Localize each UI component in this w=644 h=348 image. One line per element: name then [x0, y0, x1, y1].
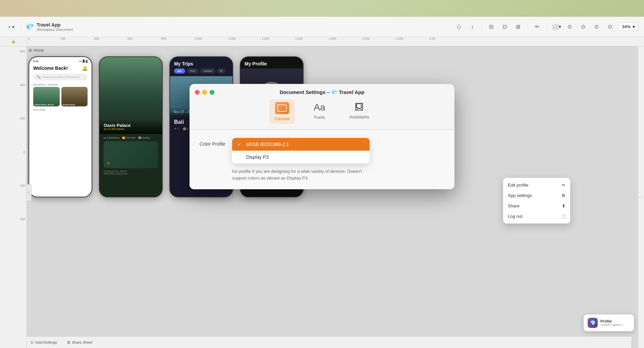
user-settings-text: User/Settings — [35, 340, 57, 344]
chevron-icon: ▾ — [12, 24, 14, 30]
bottom-panel: ⊙ User/Settings ⊞ Share Sheet — [27, 336, 631, 348]
context-menu-item-share[interactable]: Share ⬆ — [503, 201, 570, 211]
ruler-vertical: -600 -400 -200 0 200 400 — [0, 46, 27, 348]
left-panel-collapse-btn[interactable]: ‹ — [26, 184, 32, 201]
recently-viewed-label: RECENTLY VIEWED — [29, 82, 92, 87]
profile-card-gem-icon: 💎 — [590, 320, 596, 326]
share-sheet-label[interactable]: ⊞ Share Sheet — [67, 340, 92, 345]
share-label: Share — [508, 203, 520, 208]
zoom-value: 34% — [622, 24, 631, 29]
copy-tool-btn4[interactable]: ⊙ — [605, 21, 615, 32]
app-subtitle: Workspace Document — [37, 28, 73, 32]
tab-fonts[interactable]: Aa Fonts — [308, 99, 330, 124]
dropdown-item-srgb[interactable]: ✓ sRGB IEC61966-2.1 — [232, 138, 370, 151]
ruler-h-200: 200 — [60, 37, 65, 40]
right-panel-handle[interactable]: │ — [639, 196, 643, 198]
home-icon: ⊞ — [29, 48, 32, 53]
zoom-control[interactable]: 34% ▾ — [618, 22, 639, 31]
pen-tool-btn[interactable]: ✏ — [532, 21, 543, 32]
hotel-map-pin: 📍 — [106, 160, 110, 166]
color-profile-row: Color Profile ✓ sRGB IEC61966-2.1 Displa… — [200, 138, 444, 181]
user-settings-icon: ⊙ — [30, 340, 33, 345]
copy-tool-btn2[interactable]: ⊙ — [578, 21, 589, 32]
canvas-tab-inner-icon — [277, 104, 287, 112]
grid-tool-btn[interactable]: ⊡ — [499, 21, 510, 32]
zoom-chevron: ▾ — [633, 24, 635, 29]
trip-tab-more[interactable]: M — [217, 68, 226, 73]
copy-tool-btn1[interactable]: ⊙ — [565, 21, 575, 32]
check-icon: ✓ — [237, 142, 243, 147]
toolbar-left: + ▾ 💎 Travel App Workspace Document — [5, 22, 451, 32]
diamond-tool-btn[interactable]: ◇ — [453, 21, 464, 32]
modal-title: Document Settings – 💎 Travel App — [280, 89, 365, 95]
context-menu: Edit profile ✏ App settings ⚙ Share ⬆ Lo… — [503, 178, 570, 223]
canvas-tab-icon — [275, 102, 289, 114]
ruler-corner: 🔒 — [0, 37, 27, 46]
profile-card: 💎 Profile Travellr Options › — [584, 314, 634, 331]
context-menu-item-settings[interactable]: App settings ⚙ — [503, 190, 570, 201]
ruler-h-800: 800 — [161, 37, 166, 40]
status-icons-home: ▪▪▪ ▊ ▓ — [79, 60, 88, 63]
ruler-v-neg400: -400 — [19, 83, 25, 87]
trip-stat-2: 🏨 2 — [183, 127, 189, 130]
zoom-button[interactable] — [210, 90, 214, 95]
modal-description: his profile if you are designing for a w… — [232, 168, 376, 181]
close-button[interactable] — [195, 90, 200, 95]
hotel-address: 123 Beach St., Sketch — [104, 170, 158, 172]
modal-titlebar: Document Settings – 💎 Travel App — [190, 84, 454, 99]
copy-tool-btn3[interactable]: ⊙ — [591, 21, 602, 32]
app-settings-label: App settings — [508, 193, 532, 198]
connect-tool-btn[interactable]: ⊞ — [513, 21, 524, 32]
logout-label: Log out — [508, 214, 522, 219]
fonts-tab-icon: Aa — [314, 102, 325, 113]
align-tool-btn[interactable]: ↕ — [467, 21, 478, 32]
trip-tab-peru[interactable]: Peru — [187, 68, 199, 73]
app-title: Travel App — [37, 22, 73, 28]
hotel-overlay: Oasis Palace ★ 4.41 (58 reviews) — [100, 119, 162, 134]
share-sheet-text: Share Sheet — [72, 340, 92, 344]
right-panel-edge: │ — [638, 46, 644, 348]
rv-item-1-label: Oasis Palace ★ 4.41 — [35, 103, 54, 106]
trip-tab-bali[interactable]: Bali — [174, 68, 185, 73]
trip-tab-iceland[interactable]: Iceland — [200, 68, 215, 73]
amenity-3: 🅿 Parking — [139, 137, 150, 139]
settings-icon: ⚙ — [561, 193, 566, 198]
location-pin-icon: 📍 — [106, 162, 110, 166]
tab-canvas[interactable]: Canvas — [269, 99, 295, 124]
dropdown-menu: ✓ sRGB IEC61966-2.1 Display P3 — [232, 138, 370, 163]
canvas-tab-label: Canvas — [275, 116, 289, 121]
context-menu-item-logout[interactable]: Log out ⬚ — [503, 211, 570, 221]
trip-stat-1: ✈ 7 — [174, 127, 179, 130]
profile-card-subtitle: Travellr Options › — [600, 323, 624, 327]
layout-tool-btn[interactable]: ⊟ — [486, 21, 497, 32]
hotel-map: 📍 — [104, 141, 158, 168]
hotel-rating: ★ 4.41 (58 reviews) — [104, 128, 158, 131]
user-settings-label[interactable]: ⊙ User/Settings — [30, 340, 57, 345]
trips-tabs: Bali Peru Iceland M — [170, 68, 232, 76]
top-gradient-bar — [0, 0, 644, 17]
ruler-v-neg600: -600 — [19, 50, 25, 53]
color-profile-dropdown: ✓ sRGB IEC61966-2.1 Display P3 his profi… — [232, 138, 376, 181]
frame-tool-btn[interactable]: ⬜▾ — [551, 21, 562, 32]
ruler-h-2200: 2,200 — [396, 37, 404, 40]
phone-screen-home: 9:41 ▪▪▪ ▊ ▓ Welcome Back! 🔔 🔍 What's yo… — [29, 57, 92, 197]
tab-assistants[interactable]: ⛾ Assistants — [344, 99, 375, 124]
add-button[interactable]: + ▾ — [5, 23, 17, 31]
explore-label: EXPLORE — [29, 106, 92, 112]
context-menu-item-edit[interactable]: Edit profile ✏ — [503, 180, 570, 190]
ruler-h-1600: 1,600 — [295, 37, 303, 40]
hotel-distance: 400m from historic site — [104, 172, 158, 175]
search-bar-home[interactable]: 🔍 What's your dream destination? — [33, 73, 88, 81]
color-profile-label: Color Profile — [200, 138, 225, 147]
traffic-lights — [195, 90, 214, 95]
phone-frame-home: 9:41 ▪▪▪ ▊ ▓ Welcome Back! 🔔 🔍 What's yo… — [29, 56, 92, 197]
rv-item-2-label: Sunset Hotel — [63, 104, 75, 106]
lock-icon: 🔒 — [11, 40, 15, 43]
hotel-amenities: 🛏 3 Bedrooms 📶 Free WiFi 🅿 Parking — [104, 137, 158, 139]
dropdown-item-srgb-label: sRGB IEC61966-2.1 — [246, 142, 289, 147]
edit-profile-label: Edit profile — [508, 183, 528, 188]
time-home: 9:41 — [33, 60, 39, 63]
dropdown-item-displayp3[interactable]: Display P3 — [232, 151, 370, 163]
minimize-button[interactable] — [202, 90, 207, 95]
profile-title: My Profile — [240, 57, 303, 68]
